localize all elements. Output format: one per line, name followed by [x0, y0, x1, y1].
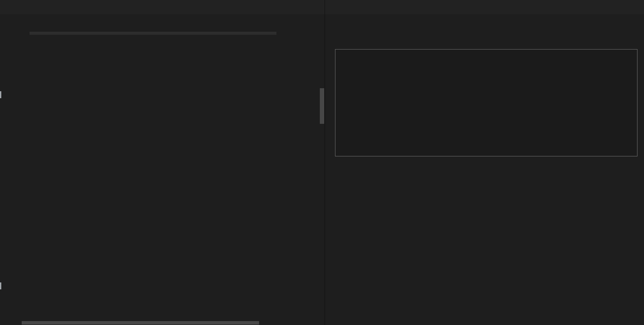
sticky-scroll-line[interactable] [0, 24, 282, 32]
dag-svg [335, 50, 637, 156]
horizontal-scrollbar[interactable] [0, 321, 319, 325]
left-editor-group [0, 0, 325, 325]
horizontal-scrollbar-thumb[interactable] [22, 321, 259, 325]
minimap[interactable] [282, 24, 319, 325]
dag-preview-body [325, 14, 644, 325]
dag-diagram [335, 49, 637, 156]
left-tab-bar [0, 0, 325, 14]
gutter-mark [0, 282, 1, 289]
gutter-mark [0, 91, 1, 98]
dag-preview-panel [325, 0, 644, 325]
partially-scrolled-line [30, 32, 276, 35]
code-editor[interactable] [0, 24, 325, 325]
vertical-scrollbar-thumb[interactable] [320, 88, 324, 124]
right-tab-bar [325, 0, 644, 14]
vscode-window [0, 0, 644, 325]
vertical-scrollbar[interactable] [319, 24, 325, 325]
breadcrumb [0, 14, 325, 24]
